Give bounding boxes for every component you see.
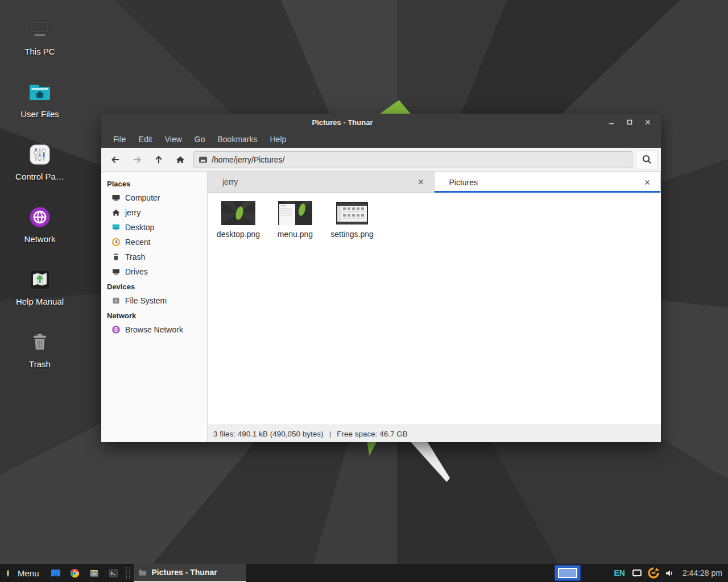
menu-file[interactable]: File	[107, 132, 133, 146]
home-button[interactable]	[172, 151, 189, 168]
tab-pictures[interactable]: Pictures	[435, 172, 661, 193]
desktop-icon-label: Help Manual	[9, 297, 71, 306]
menu-button[interactable]: Menu	[0, 564, 44, 582]
desktop-icon-control-panel[interactable]: Control Pa…	[9, 141, 71, 181]
sidebar-item-label: Computer	[125, 193, 160, 202]
tab-label: jerry	[222, 177, 416, 186]
path-text: /home/jerry/Pictures/	[212, 155, 284, 164]
tab-close-icon[interactable]	[642, 177, 652, 188]
desktop-icon-user-files[interactable]: User Files	[9, 78, 71, 119]
tab-close-icon[interactable]	[416, 177, 426, 187]
sidebar-item-trash[interactable]: Trash	[101, 250, 207, 264]
keyboard-layout-indicator[interactable]: EN	[614, 568, 624, 577]
file-menu-png[interactable]: menu.png	[267, 198, 324, 241]
desktop-icon-help-manual[interactable]: Help Manual	[9, 266, 71, 306]
browse-network-icon	[111, 325, 121, 334]
sidebar-item-label: Trash	[125, 252, 145, 261]
terminal-icon[interactable]	[106, 564, 121, 582]
search-button[interactable]	[636, 150, 657, 169]
desktop-icon-label: Trash	[9, 359, 71, 369]
sidebar-item-recent[interactable]: Recent	[101, 235, 207, 250]
maximize-button[interactable]	[624, 117, 635, 127]
up-button[interactable]	[150, 151, 167, 168]
menu-help[interactable]: Help	[264, 132, 293, 146]
trash-icon	[26, 329, 53, 356]
sidebar-item-label: Browse Network	[125, 325, 183, 334]
sidebar-item-browse-network[interactable]: Browse Network	[101, 322, 207, 337]
settings-png-thumbnail	[334, 201, 370, 227]
search-icon	[642, 154, 652, 165]
desktop-icon-this-pc[interactable]: This PC	[9, 16, 71, 56]
folder-icon	[138, 569, 147, 576]
back-button[interactable]	[107, 151, 124, 168]
sidebar-item-jerry-home[interactable]: jerry	[101, 205, 207, 220]
desktop-icon-network[interactable]: Network	[9, 203, 71, 244]
sidebar-header-places: Places	[101, 176, 207, 190]
sidebar-item-file-system[interactable]: File System	[101, 293, 207, 308]
window-titlebar[interactable]: Pictures - Thunar	[101, 114, 661, 131]
clock[interactable]: 2:44:28 pm	[682, 568, 722, 577]
display-tray-icon[interactable]	[631, 567, 643, 579]
close-button[interactable]	[643, 117, 653, 127]
tab-jerry[interactable]: jerry	[208, 172, 435, 193]
volume-icon[interactable]	[664, 567, 676, 579]
menubar: File Edit View Go Bookmarks Help	[101, 131, 661, 148]
menu-edit[interactable]: Edit	[133, 132, 159, 146]
panel-grip-handle[interactable]	[126, 567, 130, 579]
sidebar-item-drives[interactable]: Drives	[101, 264, 207, 279]
recent-clock-icon	[111, 238, 121, 247]
taskbar-window-label: Pictures - Thunar	[152, 568, 217, 577]
file-settings-png[interactable]: settings.png	[324, 198, 380, 241]
filesystem-drive-icon	[111, 296, 121, 305]
chrome-browser-icon[interactable]	[68, 564, 82, 582]
mint-logo-icon	[5, 569, 13, 577]
status-bar: 3 files: 490.1 kB (490,050 bytes) | Free…	[208, 425, 661, 442]
desktop-wallpaper: This PC User Files	[0, 0, 728, 582]
sidebar-item-computer[interactable]: Computer	[101, 190, 207, 205]
path-bar[interactable]: /home/jerry/Pictures/	[193, 151, 632, 168]
window-title: Pictures - Thunar	[101, 118, 584, 127]
sidebar-item-desktop[interactable]: Desktop	[101, 220, 207, 235]
file-desktop-png[interactable]: desktop.png	[210, 198, 267, 241]
desktop-png-thumbnail	[220, 201, 257, 227]
taskbar-window-button[interactable]: Pictures - Thunar	[134, 564, 246, 582]
desktop-icon-label: This PC	[9, 47, 71, 56]
menu-bookmarks[interactable]: Bookmarks	[211, 132, 263, 146]
menu-button-label: Menu	[18, 568, 39, 578]
drives-icon	[111, 267, 121, 276]
file-name: desktop.png	[211, 230, 266, 239]
desktop-icon-label: Network	[9, 234, 71, 244]
home-icon	[111, 208, 121, 217]
sidebar-header-devices: Devices	[101, 279, 207, 293]
update-manager-icon[interactable]	[647, 567, 660, 579]
sidebar: Places Computer jerry	[101, 172, 208, 442]
wallpaper-logo-streak	[410, 442, 450, 482]
menu-go[interactable]: Go	[188, 132, 212, 146]
minimize-button[interactable]	[606, 117, 617, 127]
desktop-icon-label: Control Pa…	[9, 172, 71, 181]
status-free-space: Free space: 46.7 GB	[337, 430, 408, 438]
computer-icon	[26, 16, 53, 43]
sidebar-item-label: File System	[125, 296, 167, 305]
image-icon	[198, 155, 208, 164]
tab-label: Pictures	[449, 178, 643, 187]
forward-button[interactable]	[129, 151, 146, 168]
file-manager-icon[interactable]	[87, 564, 102, 582]
workspace-switcher[interactable]	[555, 565, 581, 581]
desktop-display-icon	[111, 223, 121, 232]
menu-png-thumbnail	[277, 201, 313, 227]
help-manual-icon	[26, 266, 53, 293]
desktop-icon-label: User Files	[9, 109, 71, 119]
control-panel-icon	[26, 141, 53, 168]
tab-bar: jerry Pictures	[208, 172, 661, 193]
sidebar-header-network: Network	[101, 308, 207, 322]
menu-view[interactable]: View	[159, 132, 188, 146]
network-globe-icon	[26, 203, 53, 231]
file-name: settings.png	[325, 230, 379, 239]
file-list-area[interactable]: desktop.png	[208, 193, 661, 425]
wallpaper-mint-logo-fragment	[380, 99, 411, 114]
trash-icon	[111, 252, 121, 261]
status-separator: |	[329, 430, 332, 438]
desktop-icon-trash[interactable]: Trash	[9, 329, 71, 369]
show-desktop-icon[interactable]	[48, 564, 63, 582]
